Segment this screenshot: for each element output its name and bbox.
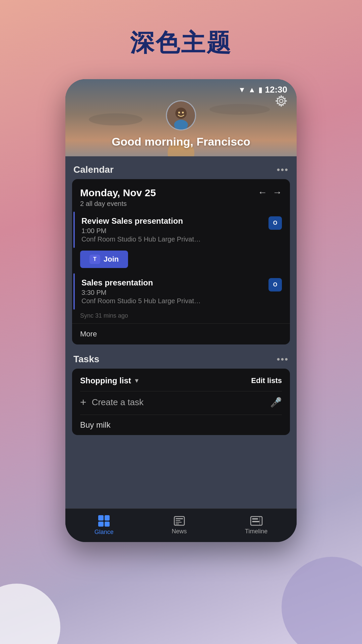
bottom-nav: Glance News Timeline (65, 508, 297, 542)
status-bar: ▼ ▲ ▮ 12:30 (65, 79, 297, 95)
prev-day-arrow[interactable]: ← (258, 187, 267, 198)
event-details-2: Sales presentation 3:30 PM Conf Room Stu… (81, 278, 268, 305)
nav-tab-news[interactable]: News (165, 513, 193, 538)
event-bar-1 (73, 212, 75, 248)
svg-point-9 (280, 99, 283, 103)
settings-icon[interactable] (275, 95, 287, 107)
svg-rect-22 (252, 521, 259, 522)
tasks-top-row: Shopping list ▼ Edit lists (72, 369, 290, 391)
greeting-text: Good morning, Francisco (112, 135, 250, 148)
event-location-2: Conf Room Studio 5 Hub Large Privat… (81, 297, 268, 305)
svg-rect-19 (176, 524, 179, 524)
glance-icon (98, 515, 110, 527)
svg-point-12 (178, 112, 180, 114)
event-item-2: Sales presentation 3:30 PM Conf Room Stu… (72, 273, 290, 310)
calendar-more-button[interactable]: ••• (277, 164, 289, 175)
sync-text: Sync 31 mins ago (72, 310, 290, 323)
create-task-input[interactable]: Create a task (92, 397, 265, 408)
calendar-date-row: Monday, Nov 25 2 all day events ← → (72, 179, 290, 212)
tasks-section-header: Tasks ••• (72, 346, 290, 369)
edit-lists-button[interactable]: Edit lists (251, 376, 282, 386)
event-time-1: 1:00 PM (81, 227, 268, 235)
list-dropdown-arrow: ▼ (134, 377, 140, 384)
avatar[interactable] (166, 100, 196, 130)
nav-label-news: News (172, 528, 187, 535)
join-label: Join (104, 255, 119, 264)
event-details-1: Review Sales presentation 1:00 PM Conf R… (81, 216, 268, 243)
teams-icon: T (89, 255, 100, 264)
phone-header: Good morning, Francisco (65, 95, 297, 156)
nav-label-timeline: Timeline (245, 528, 267, 535)
nav-tab-glance[interactable]: Glance (88, 513, 120, 538)
calendar-date: Monday, Nov 25 (80, 187, 156, 199)
svg-rect-16 (176, 518, 183, 519)
status-time: 12:30 (265, 85, 288, 95)
decorative-blob-left (0, 584, 60, 644)
tasks-label: Tasks (73, 354, 99, 365)
event-app-icon-1: O (268, 216, 282, 230)
list-name: Shopping list (80, 376, 131, 385)
event-title-1: Review Sales presentation (81, 216, 268, 226)
svg-rect-17 (176, 520, 180, 521)
calendar-card: Monday, Nov 25 2 all day events ← → Revi… (72, 179, 290, 344)
svg-rect-23 (259, 517, 260, 525)
event-time-2: 3:30 PM (81, 289, 268, 297)
more-label: More (80, 330, 97, 338)
calendar-label: Calendar (73, 164, 114, 175)
event-title-2: Sales presentation (81, 278, 268, 287)
wifi-icon: ▼ (238, 86, 246, 94)
nav-tab-timeline[interactable]: Timeline (238, 513, 274, 538)
signal-icon: ▲ (248, 86, 256, 94)
news-icon (174, 516, 185, 526)
event-item-1: Review Sales presentation 1:00 PM Conf R… (72, 212, 290, 248)
page-title: 深色主题 (130, 27, 232, 59)
svg-point-11 (175, 108, 187, 119)
battery-icon: ▮ (258, 86, 262, 94)
phone-frame: ▼ ▲ ▮ 12:30 (65, 79, 297, 542)
plus-icon: + (80, 396, 86, 409)
calendar-section-header: Calendar ••• (72, 156, 290, 179)
event-location-1: Conf Room Studio 5 Hub Large Privat… (81, 235, 268, 243)
next-day-arrow[interactable]: → (273, 187, 282, 198)
event-app-icon-2: O (268, 278, 282, 291)
tasks-more-button[interactable]: ••• (277, 354, 289, 365)
timeline-icon (250, 516, 263, 526)
decorative-blob-right (282, 557, 362, 644)
settings-icon-wrap[interactable] (275, 95, 287, 108)
nav-label-glance: Glance (95, 529, 114, 536)
event-bar-2 (73, 273, 75, 310)
avatar-image (167, 100, 195, 130)
phone-content: Calendar ••• Monday, Nov 25 2 all day ev… (65, 156, 297, 525)
task-item-preview: Buy milk (72, 415, 290, 435)
svg-rect-21 (252, 518, 258, 520)
status-icons: ▼ ▲ ▮ 12:30 (238, 85, 287, 95)
svg-rect-18 (176, 522, 182, 523)
list-selector[interactable]: Shopping list ▼ (80, 376, 140, 385)
calendar-nav-arrows: ← → (258, 187, 282, 198)
all-day-events: 2 all day events (80, 200, 156, 208)
svg-point-13 (182, 112, 184, 114)
mic-icon[interactable]: 🎤 (270, 397, 282, 408)
create-task-row[interactable]: + Create a task 🎤 (72, 391, 290, 415)
join-button[interactable]: T Join (80, 251, 128, 268)
tasks-card: Shopping list ▼ Edit lists + Create a ta… (72, 369, 290, 435)
more-row[interactable]: More (72, 323, 290, 344)
